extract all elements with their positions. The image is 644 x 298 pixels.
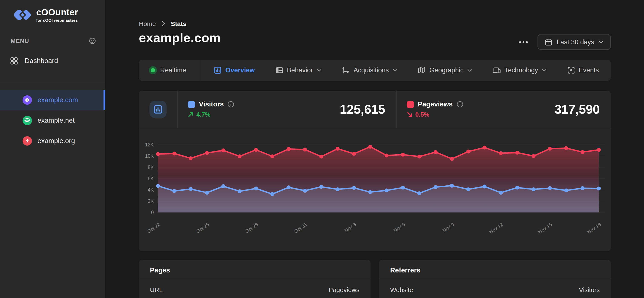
chevron-down-icon	[598, 40, 604, 44]
stats-row: Visitors 4.7% 125,615	[139, 91, 611, 128]
site-label: example.com	[38, 96, 78, 104]
site-icon-waves	[22, 116, 32, 125]
stat-label: Pageviews	[418, 100, 453, 108]
stat-card-visitors: Visitors 4.7% 125,615	[177, 91, 396, 128]
chart-tile	[150, 101, 166, 118]
trend-down-icon	[407, 112, 413, 117]
sidebar-item-example-org[interactable]: example.org	[0, 131, 105, 151]
svg-text:10K: 10K	[145, 153, 154, 159]
tab-behavior[interactable]: Behavior	[275, 66, 321, 74]
brand-name: cOOunter	[36, 7, 78, 16]
trend-up-icon	[188, 112, 194, 117]
svg-text:6K: 6K	[148, 176, 154, 181]
tab-group: Overview Behavior	[214, 66, 599, 74]
events-focus-icon	[567, 66, 575, 74]
site-label: example.net	[38, 117, 74, 124]
svg-text:8K: 8K	[148, 165, 154, 170]
pages-column-headers: URL Pageviews	[139, 279, 370, 298]
coounter-logo-icon	[13, 6, 32, 23]
bar-chart-icon	[153, 104, 163, 114]
overview-panel: Visitors 4.7% 125,615	[139, 91, 611, 251]
acquisitions-branch-icon	[342, 66, 350, 74]
tab-overview[interactable]: Overview	[214, 66, 255, 74]
bottom-panels: Pages URL Pageviews Referrers Website Vi…	[139, 260, 611, 298]
dashboard-grid-icon	[10, 57, 18, 65]
breadcrumb-home-link[interactable]: Home	[139, 20, 156, 27]
info-icon[interactable]	[228, 101, 234, 108]
date-range-label: Last 30 days	[557, 38, 594, 46]
sidebar-item-label: Dashboard	[25, 57, 58, 65]
delta-value: 0.5%	[415, 111, 429, 118]
sidebar-item-example-com[interactable]: example.com	[0, 90, 105, 110]
visitors-value: 125,615	[340, 102, 385, 116]
chevron-down-icon	[468, 69, 472, 72]
pages-panel-title: Pages	[139, 260, 370, 279]
visitors-delta: 4.7%	[188, 111, 234, 118]
tab-label: Realtime	[160, 66, 186, 74]
stats-icon-cell	[139, 91, 177, 128]
pageviews-color-swatch	[407, 101, 414, 108]
svg-text:Nov 12: Nov 12	[488, 222, 504, 235]
tabbar-divider	[200, 60, 200, 81]
column-header-url: URL	[150, 286, 163, 293]
active-indicator-bar	[104, 90, 105, 110]
geographic-map-icon	[418, 66, 426, 74]
analytics-app: cOOunter for cOOl webmasters MENU Dashbo…	[0, 0, 644, 298]
brand-text: cOOunter for cOOl webmasters	[36, 7, 78, 22]
ellipsis-icon	[519, 41, 528, 43]
column-header-pageviews: Pageviews	[328, 286, 360, 293]
sidebar-item-dashboard[interactable]: Dashboard	[0, 52, 105, 70]
tab-events[interactable]: Events	[567, 66, 599, 74]
svg-text:Nov 3: Nov 3	[344, 222, 357, 234]
tab-realtime[interactable]: Realtime	[151, 66, 186, 74]
sidebar-divider	[0, 83, 105, 83]
chevron-right-icon	[162, 21, 165, 26]
tab-label: Behavior	[287, 66, 313, 74]
tab-geographic[interactable]: Geographic	[418, 66, 472, 74]
visitors-color-swatch	[188, 101, 195, 108]
column-header-website: Website	[390, 286, 413, 293]
site-list: example.com example.net	[0, 90, 105, 151]
mascot-icon[interactable]	[89, 37, 96, 44]
header-controls: Last 30 days	[518, 34, 611, 50]
svg-text:Nov 6: Nov 6	[392, 222, 406, 234]
svg-text:Nov 18: Nov 18	[586, 222, 602, 235]
brand-logo[interactable]: cOOunter for cOOl webmasters	[0, 0, 105, 23]
tab-label: Events	[578, 66, 599, 74]
pageviews-delta: 0.5%	[407, 111, 464, 118]
svg-text:0: 0	[151, 210, 154, 215]
svg-text:Nov 9: Nov 9	[442, 222, 455, 234]
area-chart-svg: 02K4K6K8K10K12KOct 22Oct 25Oct 28Oct 31N…	[139, 129, 611, 251]
info-icon[interactable]	[456, 101, 464, 108]
breadcrumb: Home Stats	[139, 20, 186, 27]
svg-text:4K: 4K	[148, 187, 154, 193]
site-icon-clover	[22, 95, 32, 105]
chevron-down-icon	[317, 69, 321, 72]
stat-card-pageviews: Pageviews 0.5% 317,590	[396, 91, 611, 128]
delta-value: 4.7%	[196, 111, 210, 118]
svg-text:Oct 22: Oct 22	[146, 222, 161, 234]
site-label: example.org	[38, 137, 75, 145]
svg-text:Nov 15: Nov 15	[537, 222, 553, 235]
more-options-button[interactable]	[518, 39, 529, 45]
calendar-icon	[545, 38, 552, 46]
referrers-column-headers: Website Visitors	[379, 279, 611, 298]
column-header-visitors: Visitors	[579, 286, 600, 293]
svg-text:2K: 2K	[148, 198, 154, 204]
chevron-down-icon	[542, 69, 546, 72]
tab-technology[interactable]: Technology	[493, 66, 547, 74]
tab-label: Overview	[225, 66, 255, 74]
sidebar: cOOunter for cOOl webmasters MENU Dashbo…	[0, 0, 105, 298]
brand-tagline: for cOOl webmasters	[36, 18, 78, 22]
date-range-button[interactable]: Last 30 days	[538, 34, 611, 50]
view-tabbar: Realtime Overview	[139, 60, 611, 81]
behavior-layout-icon	[275, 66, 283, 74]
tab-acquisitions[interactable]: Acquisitions	[342, 66, 397, 74]
overview-chart-icon	[214, 66, 222, 74]
svg-text:Oct 25: Oct 25	[195, 222, 210, 234]
page-title: example.com	[139, 31, 221, 45]
tab-label: Technology	[505, 66, 538, 74]
referrers-panel: Referrers Website Visitors	[379, 260, 611, 298]
sidebar-item-example-net[interactable]: example.net	[0, 110, 105, 131]
svg-text:Oct 31: Oct 31	[293, 222, 308, 234]
